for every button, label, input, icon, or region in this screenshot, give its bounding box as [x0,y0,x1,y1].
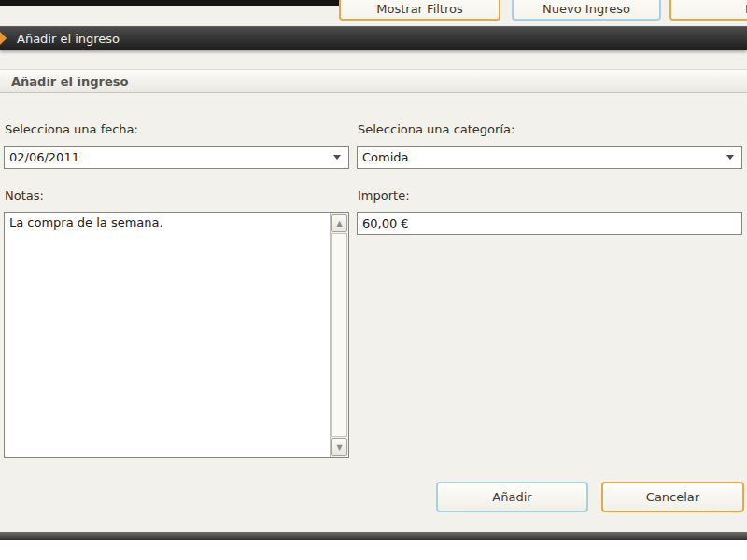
category-value: Comida [362,150,726,164]
amount-input[interactable] [357,212,742,235]
date-value: 02/06/2011 [9,150,333,164]
scrollbar-track[interactable] [331,233,347,437]
scroll-up-icon: ▲ [336,219,342,228]
date-label: Selecciona una fecha: [5,122,138,136]
dialog-title: Añadir el ingreso [17,32,120,46]
chevron-down-icon [726,155,734,160]
notes-textarea[interactable]: La compra de la semana. [5,213,330,457]
add-button[interactable]: Añadir [436,482,588,512]
notes-label: Notas: [5,189,44,203]
cancel-button[interactable]: Cancelar [601,482,744,512]
scroll-down-icon: ▼ [336,443,342,452]
add-button-label: Añadir [492,490,531,504]
nuevo-ingreso-button[interactable]: Nuevo Ingreso [512,0,661,21]
mostrar-filtros-button[interactable]: Mostrar Filtros [339,0,500,21]
titlebar-coin-icon [0,32,7,45]
footer-white-area [0,540,747,560]
scroll-up-button[interactable]: ▲ [331,214,347,232]
top-dark-strip [0,0,339,6]
notes-scrollbar[interactable]: ▲ ▼ [330,213,348,457]
dialog-titlebar: Añadir el ingreso [0,26,747,50]
amount-label: Importe: [358,189,410,203]
partial-toolbar-button[interactable]: E [669,0,747,21]
date-combobox[interactable]: 02/06/2011 [4,146,349,169]
bottom-dark-bar [0,532,747,540]
category-combobox[interactable]: Comida [357,146,742,169]
mostrar-filtros-label: Mostrar Filtros [376,2,462,16]
category-label: Selecciona una categoría: [358,122,514,136]
section-header: Añadir el ingreso [0,69,747,93]
section-header-title: Añadir el ingreso [11,75,129,89]
app-window: Mostrar Filtros Nuevo Ingreso E Añadir e… [0,0,747,560]
scroll-down-button[interactable]: ▼ [331,438,347,456]
notes-field-frame: La compra de la semana. ▲ ▼ [4,212,349,458]
nuevo-ingreso-label: Nuevo Ingreso [543,2,630,16]
chevron-down-icon [333,155,341,160]
cancel-button-label: Cancelar [646,490,699,504]
